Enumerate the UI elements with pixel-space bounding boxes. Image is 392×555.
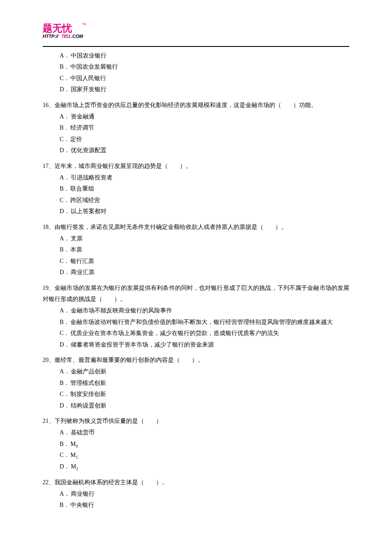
- question-stem: 21、下列被称为狭义货币供应量的是（ ）: [43, 416, 349, 427]
- option-text: 本票: [70, 246, 82, 253]
- option-text: 联合重组: [70, 185, 94, 192]
- option-text: 引进战略投资者: [71, 174, 112, 181]
- option-item: A．金融市场不能反映商业银行的风险事件: [60, 305, 349, 317]
- option-item: C．定价: [60, 134, 349, 145]
- option-item: D．优化资源配置: [60, 145, 349, 156]
- option-text: 金融产品创新: [71, 368, 107, 375]
- question-stem: 22、我国金融机构体系的经营主体是（ ）。: [43, 477, 349, 489]
- option-text: 结构设置创新: [71, 402, 107, 409]
- option-letter: D．: [60, 341, 70, 348]
- option-item: C．制度安排创新: [60, 389, 349, 400]
- option-item: A．引进战略投资者: [60, 172, 349, 184]
- question-16: 16、金融市场上货币资金的供应总量的变化影响经济的发展规模和速度，这是金融市场的…: [43, 100, 349, 156]
- option-text: 资金融通: [71, 113, 95, 120]
- option-text: 中国农业发展银行: [70, 64, 118, 70]
- logo-svg: 题无忧 TM HTTP:// T I 51 .COM: [43, 21, 89, 40]
- option-letter: B．: [60, 124, 69, 131]
- option-item: D．以上答案都对: [60, 206, 349, 217]
- option-letter: A．: [60, 235, 70, 242]
- option-letter: D．: [60, 269, 70, 275]
- logo-tm: TM: [82, 23, 86, 26]
- option-letter: D．: [60, 463, 70, 470]
- question-21: 21、下列被称为狭义货币供应量的是（ ） A．基础货币 B．M0 C．M1 D．…: [43, 416, 349, 473]
- option-letter: C．: [60, 330, 69, 336]
- option-letter: C．: [60, 197, 69, 203]
- option-letter: A．: [60, 307, 70, 314]
- option-text: 中国农业银行: [71, 52, 107, 59]
- option-item: B．经济调节: [60, 122, 349, 134]
- option-subscript: 1: [76, 455, 78, 460]
- option-item: D．储蓄者将资金投资于资本市场，减少了银行的资金来源: [60, 339, 349, 351]
- option-letter: A．: [60, 429, 70, 436]
- option-item: A．资金融通: [60, 111, 349, 123]
- option-item: B．中国农业发展银行: [60, 61, 349, 73]
- option-subscript: 0: [76, 443, 78, 448]
- option-item: B．管理模式创新: [60, 378, 349, 389]
- header-divider: [43, 46, 349, 47]
- option-letter: B．: [60, 64, 69, 70]
- option-letter: B．: [60, 502, 69, 508]
- option-item: A．支票: [60, 233, 349, 245]
- option-text: 管理模式创新: [70, 380, 106, 386]
- option-item: B．M0: [60, 439, 349, 450]
- option-item: C．M1: [60, 450, 349, 461]
- option-text: 商业汇票: [71, 269, 95, 275]
- svg-text:51: 51: [66, 34, 71, 39]
- option-item: B．联合重组: [60, 183, 349, 195]
- option-text: 支票: [71, 235, 83, 242]
- option-letter: B．: [60, 380, 69, 386]
- question-22: 22、我国金融机构体系的经营主体是（ ）。 A．商业银行 B．中央银行: [43, 477, 349, 511]
- option-letter: B．: [60, 441, 69, 447]
- question-stem: 18、由银行签发，承诺在见票时无条件支付确定金额给收款人或者持票人的票据是（ ）…: [43, 222, 349, 233]
- option-text: 经济调节: [70, 124, 94, 131]
- option-item: C．跨区域经营: [60, 195, 349, 206]
- option-text: 制度安排创新: [70, 391, 106, 397]
- site-logo: 题无忧 TM HTTP:// T I 51 .COM: [43, 21, 349, 45]
- option-item: A．中国农业银行: [60, 50, 349, 62]
- option-letter: C．: [60, 258, 69, 264]
- option-item: A．商业银行: [60, 489, 349, 500]
- question-stem: 19、金融市场的发展在为银行的发展提供有利条件的同时，也对银行形成了巨大的挑战，…: [43, 283, 349, 305]
- question-18: 18、由银行签发，承诺在见票时无条件支付确定金额给收款人或者持票人的票据是（ ）…: [43, 222, 349, 278]
- option-text: 中央银行: [70, 502, 94, 508]
- option-letter: A．: [60, 368, 70, 375]
- option-text: 中国人民银行: [70, 75, 106, 81]
- option-item: B．本票: [60, 244, 349, 256]
- option-letter: B．: [60, 319, 69, 325]
- option-letter: C．: [60, 75, 69, 81]
- option-letter: C．: [60, 391, 69, 397]
- option-letter: C．: [60, 136, 69, 142]
- option-text: M: [70, 452, 75, 458]
- option-item: D．M2: [60, 461, 349, 473]
- option-item: D．国家开发银行: [60, 84, 349, 95]
- question-17: 17、近年来，城市商业银行发展呈现的趋势是（ ）。 A．引进战略投资者 B．联合…: [43, 161, 349, 217]
- option-item: C．优质企业在资本市场上筹集资金，减少在银行的贷款，造成银行优质客户的流失: [60, 328, 349, 339]
- logo-main-text: 题无忧: [43, 23, 72, 34]
- option-letter: D．: [60, 147, 70, 153]
- option-item: D．商业汇票: [60, 267, 349, 278]
- option-text: 金融市场波动对银行资产和负债价值的影响不断加大，银行经营管理特别是风险管理的难度…: [70, 319, 333, 325]
- option-text: 基础货币: [71, 429, 95, 436]
- option-letter: B．: [60, 246, 69, 253]
- option-text: 优质企业在资本市场上筹集资金，减少在银行的贷款，造成银行优质客户的流失: [70, 330, 279, 336]
- question-stem: 20、最经常、最普遍和最重要的银行创新的内容是（ ）。: [43, 355, 349, 366]
- option-item: A．金融产品创新: [60, 366, 349, 378]
- option-item: B．中央银行: [60, 500, 349, 511]
- option-item: C．银行汇票: [60, 256, 349, 267]
- logo-url: HTTP://: [43, 34, 59, 39]
- option-letter: A．: [60, 491, 70, 497]
- option-letter: A．: [60, 52, 70, 59]
- question-stem: 16、金融市场上货币资金的供应总量的变化影响经济的发展规模和速度，这是金融市场的…: [43, 100, 349, 111]
- option-text: 储蓄者将资金投资于资本市场，减少了银行的资金来源: [71, 341, 214, 348]
- option-item: D．结构设置创新: [60, 400, 349, 412]
- option-text: 以上答案都对: [71, 208, 107, 214]
- svg-text:.COM: .COM: [71, 34, 84, 39]
- question-stem: 17、近年来，城市商业银行发展呈现的趋势是（ ）。: [43, 161, 349, 172]
- option-item: C．中国人民银行: [60, 73, 349, 84]
- option-text: 优化资源配置: [71, 147, 107, 153]
- option-text: 跨区域经营: [70, 197, 100, 203]
- option-letter: D．: [60, 208, 70, 214]
- option-text: 商业银行: [71, 491, 95, 497]
- option-letter: D．: [60, 86, 70, 92]
- option-text: 金融市场不能反映商业银行的风险事件: [71, 307, 172, 314]
